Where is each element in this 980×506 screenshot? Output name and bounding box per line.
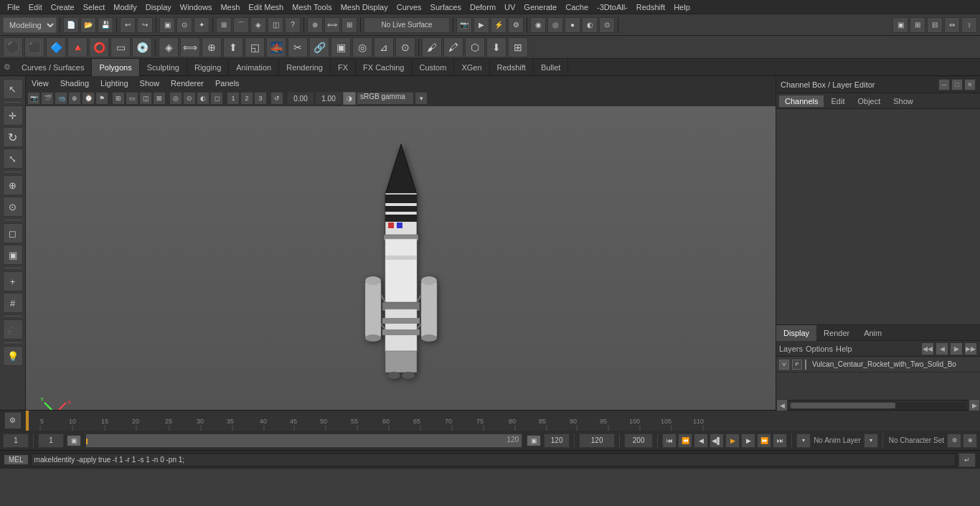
status-enter-btn[interactable]: ↵: [958, 453, 976, 467]
menu-mesh[interactable]: Mesh: [216, 1, 244, 13]
shelf-multicut[interactable]: ✂: [288, 37, 308, 57]
tab-fx-caching[interactable]: FX Caching: [356, 59, 412, 76]
shelf-plane[interactable]: ▭: [110, 37, 131, 57]
camera-lt-btn[interactable]: 🎥: [3, 319, 23, 339]
shelf-poke[interactable]: ◎: [352, 37, 372, 57]
menu-generate[interactable]: Generate: [519, 1, 561, 13]
sym-btn[interactable]: ⟺: [324, 17, 340, 33]
layer-rp-toggle[interactable]: P: [792, 360, 802, 370]
vp-menu-renderer[interactable]: Renderer: [165, 78, 209, 89]
layer-vp-toggle[interactable]: V: [779, 360, 789, 370]
char-set-btn2[interactable]: ⊕: [963, 434, 977, 448]
vp-smooth2-btn[interactable]: 2: [240, 92, 253, 105]
vp-menu-shading[interactable]: Shading: [55, 78, 95, 89]
right-toolbar-btn4[interactable]: ⇔: [944, 17, 960, 33]
vp-val1[interactable]: [287, 92, 314, 105]
char-set-btn1[interactable]: ⚙: [947, 434, 961, 448]
anim-layer-arrow2[interactable]: ▾: [864, 434, 878, 448]
workspace-dropdown[interactable]: Modeling: [3, 17, 57, 33]
shelf-bevel[interactable]: ◱: [245, 37, 265, 57]
playback-range-bar[interactable]: 120: [85, 434, 522, 448]
layer-opt-layers[interactable]: Layers: [779, 345, 803, 353]
range-end-input[interactable]: [544, 434, 570, 448]
channel-box-minimize[interactable]: ─: [938, 79, 950, 90]
layer-opt-help[interactable]: Help: [836, 345, 852, 353]
menu-redshift[interactable]: Redshift: [632, 1, 669, 13]
light-lt-btn[interactable]: 💡: [3, 346, 23, 366]
display-settings-btn4[interactable]: ◐: [582, 17, 598, 33]
help-line-btn[interactable]: ?: [285, 17, 301, 33]
vp-key-btn[interactable]: ⌚: [82, 92, 95, 105]
frame-end-input[interactable]: [579, 434, 615, 448]
render-btn[interactable]: ▶: [473, 17, 489, 33]
tab-fx[interactable]: FX: [331, 59, 356, 76]
layer-scrollbar[interactable]: ◀ ▶: [776, 400, 980, 410]
vp-isolate-btn[interactable]: ◎: [169, 92, 182, 105]
shelf-cube[interactable]: ⬛: [24, 37, 44, 57]
right-toolbar-btn3[interactable]: ⊟: [927, 17, 943, 33]
script-mode-label[interactable]: MEL: [4, 455, 28, 464]
fps-input[interactable]: [624, 434, 653, 448]
layer-tab-display[interactable]: Display: [776, 325, 816, 341]
layer-item[interactable]: V P Vulcan_Centaur_Rocket_with_Two_Solid…: [776, 357, 980, 373]
snap-point-btn[interactable]: ◈: [250, 17, 266, 33]
shelf-wedge[interactable]: ⊿: [374, 37, 394, 57]
menu-create[interactable]: Create: [47, 1, 79, 13]
lasso-mode-btn[interactable]: ⊙: [176, 17, 192, 33]
shelf-mirror[interactable]: ⟺: [180, 37, 200, 57]
tab-rigging[interactable]: Rigging: [187, 59, 229, 76]
tab-polygons[interactable]: Polygons: [92, 59, 139, 76]
layer-tab-anim[interactable]: Anim: [857, 325, 889, 341]
vp-rotate-btn[interactable]: ↺: [270, 92, 283, 105]
vp-grid-btn[interactable]: ⊞: [112, 92, 125, 105]
tab-curves-surfaces[interactable]: Curves / Surfaces: [14, 59, 92, 76]
live-surface-dropdown[interactable]: No Live Surface: [364, 17, 450, 33]
transport-prev-frame-btn[interactable]: ◀: [694, 434, 708, 448]
transport-next-frame-btn[interactable]: ▶: [741, 434, 755, 448]
transport-next-key-btn[interactable]: ⏩: [757, 434, 771, 448]
tab-custom[interactable]: Custom: [413, 59, 455, 76]
channel-box-maximize[interactable]: □: [951, 79, 963, 90]
menu-curves[interactable]: Curves: [392, 1, 426, 13]
show-manip-btn[interactable]: ⊕: [3, 175, 23, 195]
menu-modify[interactable]: Modify: [109, 1, 141, 13]
select-mode-btn[interactable]: ▣: [159, 17, 175, 33]
menu-help[interactable]: Help: [669, 1, 694, 13]
save-scene-btn[interactable]: 💾: [98, 17, 113, 33]
snap-curve-btn[interactable]: ⌒: [233, 17, 249, 33]
menu-edit-mesh[interactable]: Edit Mesh: [244, 1, 288, 13]
shelf-connect[interactable]: 🔗: [309, 37, 329, 57]
tab-rendering[interactable]: Rendering: [279, 59, 331, 76]
layer-scroll-thumb[interactable]: [791, 403, 895, 408]
soft-select-btn[interactable]: ⊙: [3, 197, 23, 217]
transport-rewind-btn[interactable]: ⏮: [662, 434, 677, 448]
camera-btn[interactable]: 📷: [456, 17, 472, 33]
layer-next-btn[interactable]: ▶: [950, 342, 963, 355]
layer-prev2-btn[interactable]: ◀: [936, 342, 948, 355]
ipr-btn[interactable]: ⚡: [491, 17, 507, 33]
ch-tab-show[interactable]: Show: [887, 95, 919, 107]
menu-select[interactable]: Select: [79, 1, 110, 13]
transport-end-btn[interactable]: ⏭: [773, 434, 787, 448]
snap-grid-btn[interactable]: ⊞: [216, 17, 232, 33]
transform-tools-btn[interactable]: ⊕: [307, 17, 323, 33]
shelf-cylinder[interactable]: 🔷: [46, 37, 66, 57]
ch-tab-object[interactable]: Object: [852, 95, 886, 107]
range-end-toggle[interactable]: ▣: [527, 435, 541, 446]
undo-btn[interactable]: ↩: [120, 17, 136, 33]
vp-menu-view[interactable]: View: [26, 78, 55, 89]
current-frame-input[interactable]: [3, 434, 29, 448]
menu-3dtoall[interactable]: -3DtoAll-: [593, 1, 632, 13]
shelf-cage[interactable]: ⬡: [465, 37, 485, 57]
new-scene-btn[interactable]: 📄: [63, 17, 79, 33]
menu-windows[interactable]: Windows: [176, 1, 217, 13]
shelf-cone[interactable]: 🔺: [67, 37, 88, 57]
redo-btn[interactable]: ↪: [137, 17, 153, 33]
tab-settings-gear[interactable]: ⚙: [0, 59, 14, 76]
shelf-fill[interactable]: ▣: [331, 37, 351, 57]
shelf-sphere[interactable]: ⚫: [3, 37, 23, 57]
menu-mesh-tools[interactable]: Mesh Tools: [288, 1, 336, 13]
menu-uv[interactable]: UV: [500, 1, 519, 13]
menu-cache[interactable]: Cache: [561, 1, 593, 13]
right-toolbar-btn5[interactable]: ↕: [961, 17, 977, 33]
